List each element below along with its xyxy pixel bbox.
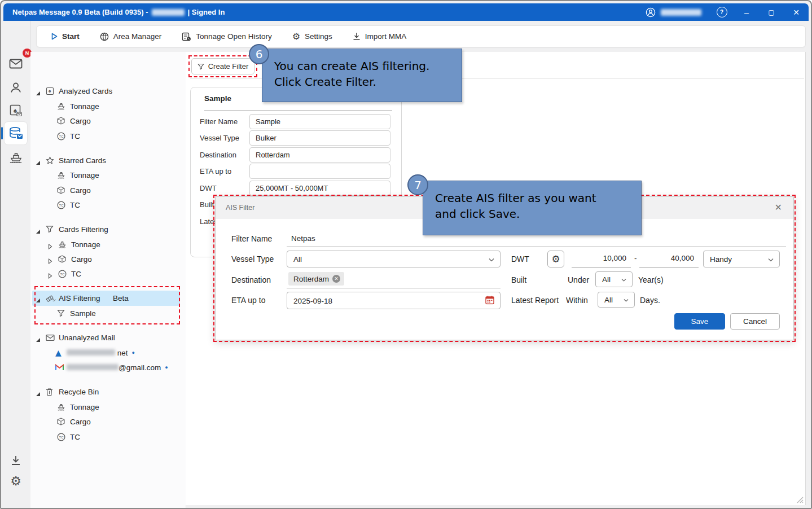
sidebar-item-starred-cards[interactable]: Starred Cards (30, 153, 185, 168)
sidebar-item-ais-sample[interactable]: Sample (30, 306, 185, 321)
dwt-settings-button[interactable]: ⚙ (547, 251, 564, 267)
rail-database-button-selected[interactable] (5, 122, 27, 144)
dwt-class-select[interactable]: Handy (703, 251, 780, 267)
built-year-select[interactable]: All (595, 271, 633, 287)
caret-expanded-icon[interactable] (36, 88, 41, 98)
tonnage-open-history-button[interactable]: Tonnage Open History (182, 32, 271, 41)
sidebar-item-cards-filtering[interactable]: Cards Filtering (30, 222, 185, 237)
gmail-icon (55, 363, 64, 373)
left-icon-rail: N ♠ ⚙ (1, 21, 31, 508)
card-divider (204, 110, 392, 111)
cargo-icon (57, 186, 65, 196)
caret-collapsed-icon[interactable] (48, 242, 52, 252)
vessel-type-select[interactable]: All (287, 251, 501, 267)
settings-button[interactable]: ⚙ Settings (292, 31, 332, 42)
sidebar-item-recycle-bin[interactable]: Recycle Bin (30, 384, 185, 400)
help-icon: ? (717, 7, 727, 17)
rail-ship-button[interactable] (5, 146, 27, 168)
rail-analyzed-cards-button[interactable]: ♠ (5, 99, 27, 122)
sidebar-item-filtering-tonnage[interactable]: Tonnage (30, 237, 185, 252)
rail-settings-button[interactable]: ⚙ (5, 470, 27, 493)
svg-text:TC: TC (60, 273, 65, 276)
gear-icon: ⚙ (292, 31, 300, 42)
toolbar: Start Area Manager Tonnage Open History … (36, 25, 806, 47)
dwt-max-input[interactable]: 40,000 (639, 254, 699, 262)
app-window: Netpas Message 0.9 Beta (Build 0935) - |… (0, 0, 812, 509)
sidebar-item-analyzed-cards[interactable]: ♠ Analyzed Cards (30, 84, 185, 99)
caret-expanded-icon[interactable] (36, 226, 41, 236)
selection-indicator (1, 127, 3, 139)
card-vessel-type-input[interactable]: Bulker (249, 130, 390, 146)
caret-expanded-icon[interactable] (36, 335, 41, 345)
unread-dot: ● (132, 350, 135, 356)
sidebar-item-mail-account-1[interactable]: ▲ net● (30, 345, 185, 361)
dialog-filter-name-input[interactable]: Netpas (291, 234, 315, 243)
ship-icon (57, 102, 65, 112)
save-button[interactable]: Save (674, 313, 725, 330)
sidebar-item-ais-filtering[interactable]: AIS Filtering Beta (30, 291, 185, 306)
redacted-username (152, 9, 185, 16)
start-button[interactable]: Start (51, 32, 80, 41)
dialog-close-button[interactable]: ✕ (775, 202, 782, 213)
sidebar-item-recycle-tc[interactable]: TC TC (30, 429, 185, 445)
minimize-button[interactable]: – (734, 3, 759, 21)
caret-expanded-icon[interactable] (36, 157, 41, 168)
caret-collapsed-icon[interactable] (48, 271, 52, 281)
ship-icon (57, 171, 65, 181)
sidebar-item-filtering-cargo[interactable]: Cargo (30, 252, 185, 267)
rail-mail-button[interactable]: N (5, 52, 27, 75)
cancel-button[interactable]: Cancel (730, 313, 780, 330)
sidebar-item-analyzed-cargo[interactable]: Cargo (30, 113, 185, 129)
destination-tag[interactable]: Rotterdam ✕ (288, 272, 344, 286)
help-button[interactable]: ? (709, 3, 734, 21)
caret-expanded-icon[interactable] (36, 295, 41, 305)
history-document-icon (182, 32, 191, 41)
rail-contacts-button[interactable] (5, 76, 27, 99)
area-manager-button[interactable]: Area Manager (100, 32, 162, 41)
gear-icon: ⚙ (551, 253, 560, 265)
chevron-down-icon (489, 255, 494, 264)
sidebar-item-analyzed-tonnage[interactable]: Tonnage (30, 99, 185, 114)
dwt-min-input[interactable]: 10,000 (572, 254, 631, 262)
dialog-title: AIS Filter (226, 197, 254, 219)
resize-grip[interactable] (796, 495, 804, 503)
satellite-icon (46, 294, 56, 305)
sidebar-item-starred-tc[interactable]: TC TC (30, 198, 185, 213)
card-filter-name-input[interactable]: Sample (249, 114, 390, 129)
chevron-down-icon (768, 255, 774, 264)
close-button[interactable]: ✕ (784, 3, 809, 21)
sidebar-item-starred-tonnage[interactable]: Tonnage (30, 168, 185, 183)
caret-collapsed-icon[interactable] (48, 256, 52, 266)
eta-date-input[interactable]: 2025-09-18 (287, 292, 501, 309)
mail-provider-a-icon: ▲ (55, 348, 62, 358)
maximize-button[interactable]: ▢ (759, 3, 784, 21)
create-filter-button[interactable]: Create Filter (191, 58, 254, 74)
sidebar-item-mail-account-2[interactable]: @gmail.com● (30, 360, 185, 375)
sidebar-item-analyzed-tc[interactable]: TC TC (30, 129, 185, 144)
filter-icon (46, 225, 54, 235)
caret-expanded-icon[interactable] (36, 389, 41, 399)
sidebar-item-recycle-cargo[interactable]: Cargo (30, 414, 185, 429)
step-6-badge: 6 (249, 44, 269, 64)
chevron-down-icon (621, 275, 626, 284)
download-icon (353, 32, 361, 41)
mail-icon (9, 59, 23, 69)
tooltip-step-6: You can create AIS filtering. Click Crea… (262, 49, 462, 102)
card-dwt-input[interactable]: 25,000MT - 50,000MT (249, 181, 390, 196)
rail-download-button[interactable] (5, 449, 27, 472)
latest-report-days-select[interactable]: All (598, 292, 635, 308)
sidebar-item-starred-cargo[interactable]: Cargo (30, 183, 185, 198)
calendar-icon[interactable] (485, 295, 494, 306)
sidebar-item-recycle-tonnage[interactable]: Tonnage (30, 400, 185, 415)
sidebar: ♠ Analyzed Cards Tonnage Cargo TC TC Sta… (30, 52, 186, 508)
card-destination-input[interactable]: Rotterdam (249, 147, 390, 163)
import-mma-button[interactable]: Import MMA (353, 32, 407, 41)
card-eta-input[interactable] (249, 164, 390, 179)
redacted-account-name (661, 9, 701, 16)
user-account-icon[interactable] (643, 3, 659, 21)
remove-tag-icon[interactable]: ✕ (332, 275, 340, 283)
sidebar-item-unanalyzed-mail[interactable]: Unanalyzed Mail (30, 330, 185, 345)
sidebar-item-filtering-tc[interactable]: TC TC (30, 266, 185, 282)
svg-text:TC: TC (59, 135, 64, 138)
destination-underline (287, 288, 501, 288)
